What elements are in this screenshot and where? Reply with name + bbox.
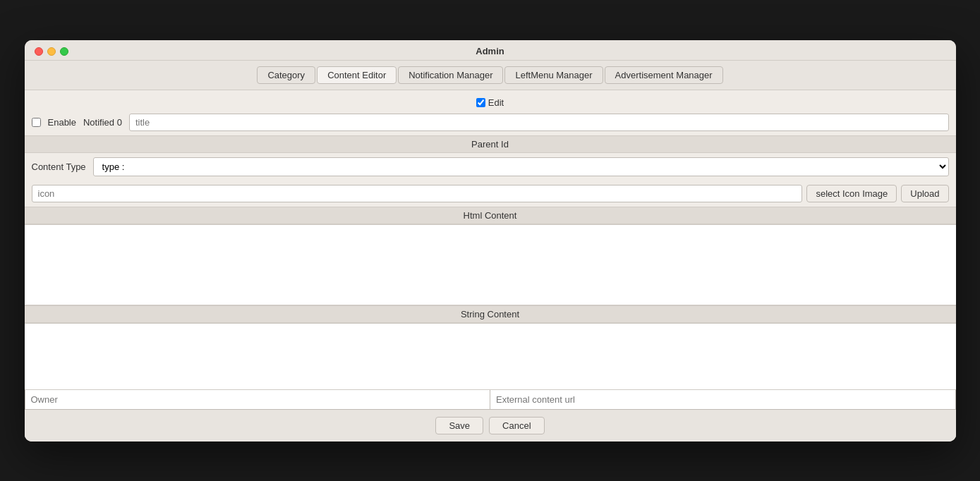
- nav-tabs: Category Content Editor Notification Man…: [25, 61, 956, 90]
- main-content: Edit Enable Notified 0 Parent Id Content…: [25, 90, 956, 442]
- string-content-area[interactable]: [25, 323, 956, 390]
- window-title: Admin: [476, 46, 504, 56]
- tab-advertisement-manager[interactable]: Advertisement Manager: [605, 66, 723, 84]
- html-content-textarea[interactable]: [25, 225, 956, 303]
- edit-checkbox[interactable]: [476, 98, 485, 107]
- tab-category[interactable]: Category: [257, 66, 315, 84]
- cancel-button[interactable]: Cancel: [489, 417, 544, 434]
- title-input[interactable]: [129, 114, 949, 131]
- traffic-lights: [35, 47, 68, 56]
- edit-checkbox-group: Edit: [476, 97, 504, 108]
- close-button[interactable]: [35, 47, 43, 56]
- action-row: Save Cancel: [25, 410, 956, 442]
- tab-leftmenu-manager[interactable]: LeftMenu Manager: [504, 66, 603, 84]
- enable-checkbox[interactable]: [32, 118, 41, 127]
- content-type-select[interactable]: type :: [93, 157, 949, 176]
- html-content-header: Html Content: [25, 207, 956, 224]
- edit-area: Edit: [25, 90, 956, 111]
- owner-url-row: [25, 390, 956, 410]
- enable-title-row: Enable Notified 0: [25, 111, 956, 135]
- maximize-button[interactable]: [60, 47, 68, 56]
- edit-label: Edit: [488, 97, 504, 108]
- save-button[interactable]: Save: [435, 417, 483, 434]
- url-input[interactable]: [490, 390, 956, 410]
- content-type-label: Content Type: [32, 162, 86, 172]
- app-window: Admin Category Content Editor Notificati…: [25, 40, 956, 442]
- icon-row: select Icon Image Upload: [25, 181, 956, 207]
- tab-notification-manager[interactable]: Notification Manager: [398, 66, 503, 84]
- title-bar: Admin: [25, 40, 956, 61]
- upload-button[interactable]: Upload: [901, 185, 948, 202]
- owner-input[interactable]: [25, 390, 490, 410]
- icon-input[interactable]: [32, 185, 803, 202]
- notified-label: Notified 0: [83, 117, 122, 128]
- tab-content-editor[interactable]: Content Editor: [317, 66, 397, 84]
- select-icon-button[interactable]: select Icon Image: [806, 185, 897, 202]
- content-type-row: Content Type type :: [25, 153, 956, 181]
- minimize-button[interactable]: [47, 47, 56, 56]
- enable-label: Enable: [48, 117, 76, 128]
- parent-id-header: Parent Id: [25, 135, 956, 153]
- string-content-textarea[interactable]: [25, 324, 956, 387]
- html-content-area[interactable]: [25, 224, 956, 305]
- string-content-header: String Content: [25, 305, 956, 323]
